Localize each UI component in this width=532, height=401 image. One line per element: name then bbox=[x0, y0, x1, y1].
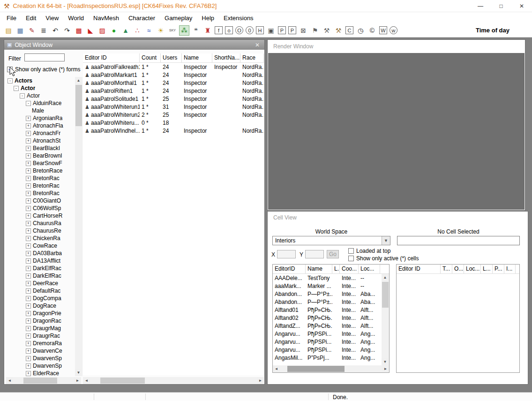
tree-item[interactable]: +DremoraRa bbox=[6, 340, 75, 347]
tree-item[interactable]: +ElderRace bbox=[6, 370, 75, 377]
expand-toggle-icon[interactable]: + bbox=[26, 273, 31, 279]
expand-toggle-icon[interactable]: + bbox=[26, 123, 31, 129]
expand-toggle-icon[interactable]: + bbox=[26, 161, 31, 166]
object-row[interactable]: ♟aaaPatrolMorthal11 *24InspectorNordRa..… bbox=[83, 79, 264, 87]
cell-row[interactable]: aaaMark...Marker ...Inte...-- bbox=[273, 282, 389, 290]
circle-zero-icon[interactable]: 0 bbox=[246, 26, 254, 34]
flag-marker-icon[interactable]: ⚑ bbox=[310, 26, 320, 35]
expand-toggle-icon[interactable]: + bbox=[26, 258, 31, 264]
circle-o-icon[interactable]: O bbox=[235, 26, 243, 34]
tree-vscroll-thumb[interactable] bbox=[75, 85, 82, 126]
tree-item[interactable]: +DarkElfRac bbox=[6, 265, 75, 272]
tree-item[interactable]: +CowRace bbox=[6, 242, 75, 250]
object-row[interactable]: ♟aaaPatrolWhiterun11 *31InspectorNordRa.… bbox=[83, 103, 264, 111]
havok-sim-icon[interactable]: ∴ bbox=[133, 26, 142, 35]
tree-item[interactable]: +DragonRac bbox=[6, 317, 75, 325]
tree-item[interactable]: +BearBlackI bbox=[6, 144, 75, 152]
expand-toggle-icon[interactable]: + bbox=[26, 213, 31, 219]
tree-hscrollbar[interactable]: ◄ ► bbox=[6, 377, 81, 384]
maximize-button[interactable]: □ bbox=[491, 0, 511, 12]
y-coordinate-input[interactable] bbox=[305, 250, 324, 258]
tree-item[interactable]: +DefaultRac bbox=[6, 287, 75, 295]
render-viewport[interactable] bbox=[268, 53, 525, 210]
tree-hscroll-thumb[interactable] bbox=[23, 378, 57, 384]
expand-toggle-icon[interactable]: + bbox=[26, 341, 31, 346]
menu-item-extensions[interactable]: Extensions bbox=[219, 12, 258, 23]
cell-row[interactable]: Alftand01РђР»СЊ...Inte...Alft... bbox=[273, 306, 389, 314]
tree-item[interactable]: +DraugrRac bbox=[6, 332, 75, 340]
window-plain-icon[interactable]: ▣ bbox=[266, 26, 276, 35]
expand-toggle-icon[interactable]: + bbox=[26, 191, 31, 196]
column-header[interactable]: P... bbox=[493, 265, 504, 273]
expand-toggle-icon[interactable]: + bbox=[26, 318, 31, 324]
object-row[interactable]: ♟aaaPatrolWIndhel...1 *24InspectorNordRa… bbox=[83, 127, 264, 135]
expand-toggle-icon[interactable]: - bbox=[7, 78, 13, 83]
cell-row[interactable]: Angarvu...РђРЅРі...Inte...Ang... bbox=[273, 338, 389, 346]
tree-item[interactable]: Male bbox=[6, 107, 75, 114]
preferences-icon[interactable]: ≣ bbox=[39, 26, 48, 35]
cell-row[interactable]: Alftand02РђР»СЊ...Inte...Alft... bbox=[273, 314, 389, 322]
expand-toggle-icon[interactable]: + bbox=[26, 363, 31, 369]
tree-item[interactable]: +BretonRac bbox=[6, 174, 75, 182]
tree-item[interactable]: -Actors bbox=[6, 77, 75, 84]
cell-row[interactable]: Abandon...Р—Р°Р±...Inte...Aba... bbox=[273, 298, 389, 306]
save-plugin-icon[interactable]: ▦ bbox=[15, 26, 25, 35]
copyright-icon[interactable]: © bbox=[367, 26, 377, 35]
scroll-left-icon[interactable]: ◄ bbox=[83, 377, 90, 384]
loaded-at-top-checkbox[interactable] bbox=[348, 248, 354, 254]
expand-toggle-icon[interactable]: + bbox=[26, 206, 31, 211]
filter-input[interactable] bbox=[24, 53, 65, 61]
object-hscroll-track[interactable] bbox=[90, 377, 257, 384]
tree-vscroll-track[interactable] bbox=[75, 84, 82, 369]
column-header[interactable]: Editor ID bbox=[397, 265, 441, 273]
axe-tool-icon[interactable]: ⚒ bbox=[322, 26, 331, 35]
column-header[interactable]: Users bbox=[161, 53, 182, 62]
tree-item[interactable]: +DragonPrie bbox=[6, 310, 75, 317]
tree-item[interactable]: +DogRace bbox=[6, 302, 75, 310]
cells-hscrollbar[interactable]: ◄ ► bbox=[273, 365, 389, 372]
object-row[interactable]: ♟aaaPatrolSolitude11 *25InspectorNordRa.… bbox=[83, 95, 264, 103]
column-header[interactable]: Name bbox=[182, 53, 212, 62]
menu-item-edit[interactable]: Edit bbox=[21, 12, 41, 23]
tree-item[interactable]: +DA13Afflict bbox=[6, 257, 75, 265]
expand-toggle-icon[interactable]: + bbox=[26, 288, 31, 294]
menu-item-help[interactable]: Help bbox=[197, 12, 219, 23]
scroll-up-icon[interactable]: ▲ bbox=[75, 77, 82, 84]
light-picker-icon[interactable]: ☀ bbox=[156, 26, 165, 35]
scroll-left-icon[interactable]: ◄ bbox=[273, 365, 280, 372]
redo-icon[interactable]: ↷ bbox=[62, 26, 72, 35]
grass-toggle-icon[interactable]: ⁂ bbox=[180, 26, 189, 35]
cell-row[interactable]: AngasMil...Р”РѕРј...Inte...Ang... bbox=[273, 354, 389, 362]
scroll-left-icon[interactable]: ◄ bbox=[6, 377, 13, 384]
column-header[interactable]: Loc... bbox=[464, 265, 481, 273]
object-row[interactable]: ♟aaaPatrolWhiterun22 *25InspectorNordRa.… bbox=[83, 111, 264, 119]
scroll-right-icon[interactable]: ► bbox=[74, 377, 81, 384]
clock-icon[interactable]: ◷ bbox=[356, 26, 365, 35]
object-hscroll-thumb[interactable] bbox=[100, 378, 145, 384]
menu-item-character[interactable]: Character bbox=[124, 12, 160, 23]
expand-toggle-icon[interactable]: + bbox=[26, 131, 31, 136]
cell-view-titlebar[interactable]: Cell View bbox=[268, 212, 528, 224]
x-coordinate-input[interactable] bbox=[277, 250, 296, 258]
cells-hscroll-thumb[interactable] bbox=[287, 366, 345, 372]
cells-vscrollbar[interactable]: ▲ ▼ bbox=[382, 274, 389, 365]
tree-item[interactable]: -Actor bbox=[6, 84, 75, 92]
expand-toggle-icon[interactable]: + bbox=[26, 296, 31, 301]
tree-item[interactable]: +AtronachFla bbox=[6, 122, 75, 129]
tree-item[interactable]: +DwarvenCe bbox=[6, 347, 75, 355]
tree-item[interactable]: +ChaurusRa bbox=[6, 219, 75, 227]
cell-row[interactable]: Angarvu...РђРЅРі...Inte...Ang... bbox=[273, 330, 389, 338]
window-c-icon[interactable]: C bbox=[345, 26, 353, 34]
animation-icon[interactable]: ≈ bbox=[144, 26, 154, 35]
column-header[interactable]: I... bbox=[504, 265, 516, 273]
menu-item-file[interactable]: File bbox=[2, 12, 21, 23]
tree-item[interactable]: +DwarvenSp bbox=[6, 355, 75, 362]
show-active-cells-checkbox[interactable] bbox=[348, 256, 354, 261]
tree-item[interactable]: +DeerRace bbox=[6, 280, 75, 287]
expand-toggle-icon[interactable]: + bbox=[26, 153, 31, 159]
tree-vscrollbar[interactable]: ▲ ▼ bbox=[75, 77, 82, 376]
column-header[interactable]: Race bbox=[240, 53, 264, 62]
tree-item[interactable]: +C00GiantO bbox=[6, 197, 75, 204]
expand-toggle-icon[interactable]: + bbox=[26, 266, 31, 271]
cells-vscroll-track[interactable] bbox=[382, 281, 389, 358]
